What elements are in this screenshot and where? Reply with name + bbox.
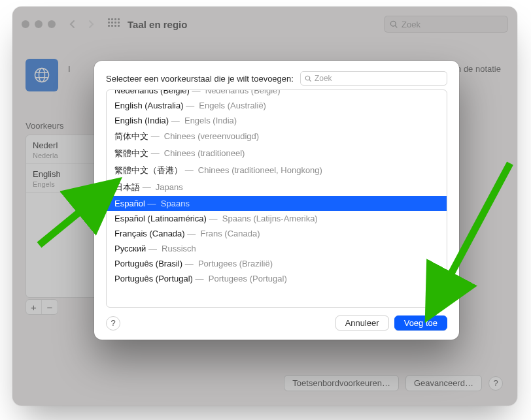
language-desc: — Russisch [148, 244, 196, 253]
language-row[interactable]: Português (Portugal) — Portugees (Portug… [107, 271, 447, 286]
language-desc: — Frans (Canada) [187, 229, 260, 238]
language-row[interactable]: Español (Latinoamérica) — Spaans (Latijn… [107, 211, 447, 226]
language-native: Español (Latinoamérica) [114, 214, 207, 223]
language-desc: — Chinees (traditioneel) [151, 148, 245, 158]
language-row[interactable]: 繁體中文（香港） — Chinees (traditioneel, Hongko… [107, 162, 447, 179]
cancel-button[interactable]: Annuleer [335, 315, 389, 331]
language-list[interactable]: Nederlands (België) — Nederlands (België… [106, 89, 447, 308]
language-row[interactable]: 日本語 — Japans [107, 179, 447, 196]
language-row[interactable]: English (Australia) — Engels (Australië) [107, 98, 447, 113]
add-button[interactable]: Voeg toe [394, 315, 447, 331]
sheet-search[interactable]: Zoek [300, 71, 447, 86]
language-desc: — Nederlands (België) [192, 90, 281, 95]
language-native: 繁體中文（香港） [114, 165, 182, 175]
language-desc: — Spaans (Latijns-Amerika) [209, 214, 318, 223]
language-native: English (India) [114, 116, 169, 125]
language-native: 简体中文 [114, 131, 148, 141]
add-language-sheet: Selecteer een voorkeurstaal die je wilt … [94, 61, 459, 340]
language-desc: — Engels (India) [171, 116, 237, 125]
search-icon [305, 75, 312, 82]
language-native: Русский [114, 244, 146, 253]
language-row[interactable]: Nederlands (België) — Nederlands (België… [107, 90, 447, 98]
language-native: 繁體中文 [114, 148, 148, 158]
language-desc: — Japans [143, 182, 183, 192]
language-row[interactable]: Русский — Russisch [107, 241, 447, 256]
language-desc: — Portugees (Portugal) [196, 274, 287, 283]
language-desc: — Chinees (vereenvoudigd) [151, 131, 259, 141]
sheet-help-button[interactable]: ? [106, 316, 120, 331]
language-desc: — Portugees (Brazilië) [185, 259, 273, 268]
language-row[interactable]: Español — Spaans [107, 196, 447, 211]
sheet-search-placeholder: Zoek [315, 74, 332, 83]
language-row[interactable]: 繁體中文 — Chinees (traditioneel) [107, 145, 447, 162]
language-native: 日本語 [114, 182, 140, 192]
language-native: English (Australia) [114, 101, 184, 110]
preferences-window: Taal en regio Zoek I n de notatie Voorke… [12, 7, 517, 406]
language-desc: — Spaans [148, 199, 190, 208]
language-row[interactable]: 简体中文 — Chinees (vereenvoudigd) [107, 128, 447, 145]
language-native: Português (Brasil) [114, 259, 182, 268]
language-row[interactable]: English (India) — Engels (India) [107, 113, 447, 128]
language-desc: — Engels (Australië) [186, 101, 266, 110]
language-native: Português (Portugal) [114, 274, 193, 283]
sheet-prompt: Selecteer een voorkeurstaal die je wilt … [106, 74, 294, 84]
language-native: Nederlands (België) [114, 90, 190, 95]
language-row[interactable]: Français (Canada) — Frans (Canada) [107, 226, 447, 241]
language-row[interactable]: Português (Brasil) — Portugees (Brazilië… [107, 256, 447, 271]
language-native: Español [114, 199, 145, 208]
language-native: Français (Canada) [114, 229, 185, 238]
language-desc: — Chinees (traditioneel, Hongkong) [185, 165, 322, 175]
